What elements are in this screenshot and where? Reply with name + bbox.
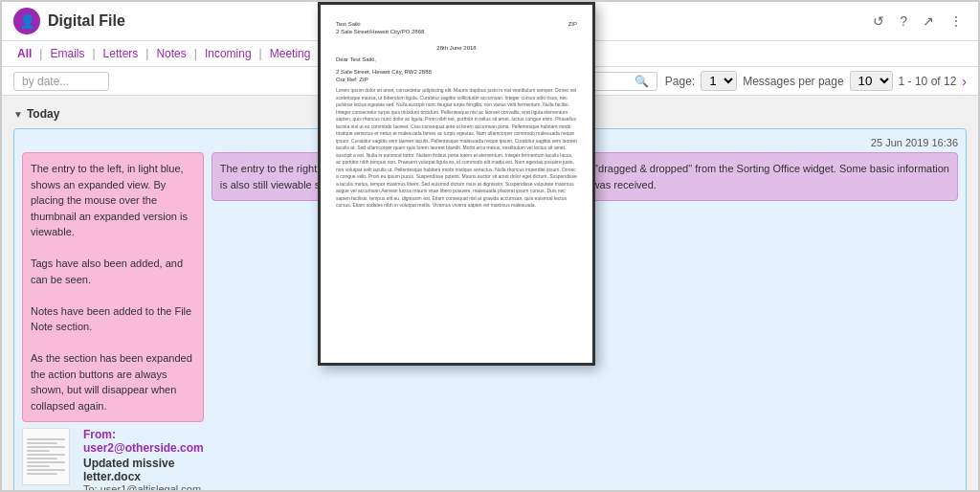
header-actions: ↺ ? ↗ ⋮ — [869, 11, 967, 31]
today-arrow-icon: ▼ — [13, 109, 23, 120]
header-left: 👤 Digital File — [13, 8, 125, 34]
per-page-select[interactable]: 10 — [850, 71, 893, 91]
filter-all[interactable]: All — [13, 45, 35, 62]
doc-sender-info: Test Saiki 2 Sale Street/Hewett City/PO … — [336, 20, 424, 36]
doc-header-info: Test Saiki 2 Sale Street/Hewett City/PO … — [336, 20, 577, 36]
email-to: To: user1@altislegal.com — [83, 483, 204, 490]
next-page-button[interactable]: › — [962, 74, 967, 89]
entry-left-col: The entry to the left, in light blue, sh… — [22, 152, 204, 490]
page-title: Digital File — [48, 12, 125, 30]
left-callout: The entry to the left, in light blue, sh… — [22, 152, 204, 422]
email-thumbnail[interactable] — [22, 428, 70, 485]
filter-letters[interactable]: Letters — [100, 45, 143, 62]
per-page-label: Messages per page — [743, 75, 843, 88]
page-controls: Page: 1 Messages per page 10 1 - 10 of 1… — [665, 71, 967, 91]
search-icon: 🔍 — [635, 75, 649, 88]
doc-body: Lorem ipsum dolor sit amet, consectetur … — [336, 87, 577, 210]
app-container: 👤 Digital File ↺ ? ↗ ⋮ All | Emails | Le… — [0, 0, 980, 492]
email-filename: Updated missive letter.docx — [83, 457, 204, 483]
today-label: Today — [27, 107, 59, 121]
date-filter[interactable]: by date... — [13, 72, 109, 91]
filter-incoming[interactable]: Incoming — [201, 45, 256, 62]
left-callout-text: The entry to the left, in light blue, sh… — [31, 163, 192, 412]
page-label: Page: — [665, 75, 695, 88]
filter-emails[interactable]: Emails — [46, 45, 88, 62]
page-range: 1 - 10 of 12 — [899, 75, 957, 88]
page-select[interactable]: 1 — [701, 71, 737, 91]
filter-notes[interactable]: Notes — [152, 45, 189, 62]
filter-meeting[interactable]: Meeting — [266, 45, 315, 62]
user-icon: 👤 — [13, 8, 40, 34]
email-info: From: user2@otherside.com Updated missiv… — [83, 428, 204, 490]
export-icon[interactable]: ↗ — [919, 11, 938, 31]
doc-date: 28th June 2018 — [336, 44, 577, 52]
entry-date: 25 Jun 2019 16:36 — [871, 137, 958, 148]
refresh-icon[interactable]: ↺ — [869, 11, 888, 31]
help-icon[interactable]: ? — [896, 11, 911, 31]
document-content: Test Saiki 2 Sale Street/Hewett City/PO … — [321, 5, 592, 225]
document-overlay: Test Saiki 2 Sale Street/Hewett City/PO … — [318, 2, 595, 366]
email-sender: From: user2@otherside.com — [83, 428, 204, 455]
doc-dear: Dear Test Saiki, — [336, 56, 577, 63]
doc-address-block: 2 Sale Street, Hewett City, RW2 2888 Our… — [336, 68, 577, 84]
menu-icon[interactable]: ⋮ — [946, 11, 967, 31]
doc-ref: ZIP — [568, 20, 577, 36]
